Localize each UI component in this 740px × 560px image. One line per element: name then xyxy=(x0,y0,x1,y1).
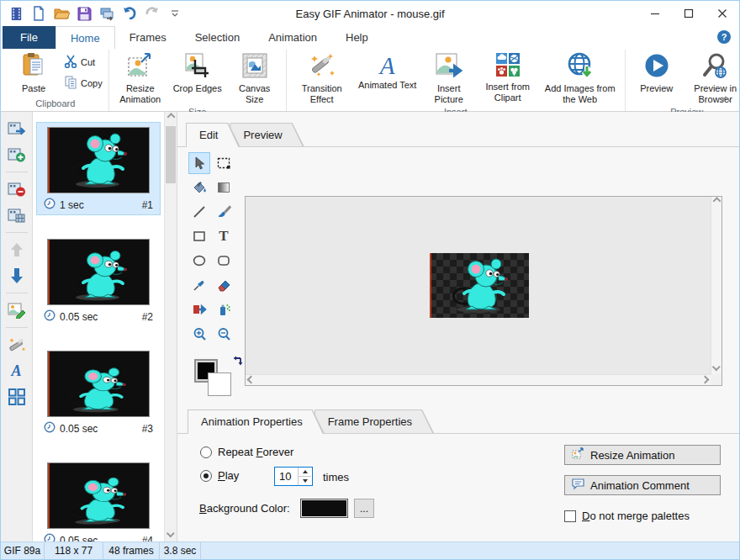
scroll-left-icon[interactable] xyxy=(247,376,256,384)
edit-canvas[interactable] xyxy=(246,197,711,374)
scroll-up-icon[interactable] xyxy=(713,197,722,205)
fill-tool-icon[interactable] xyxy=(188,177,210,198)
rounded-rect-tool-icon[interactable] xyxy=(213,250,235,272)
preview-button[interactable]: Preview xyxy=(628,50,685,95)
minimize-button[interactable] xyxy=(638,1,672,26)
color-swatches xyxy=(194,357,245,398)
merge-palettes-label: Do not merge palettes xyxy=(582,510,690,522)
maximize-button[interactable] xyxy=(672,1,706,26)
add-images-web-button[interactable]: Add Images from the Web xyxy=(538,50,622,106)
tab-help[interactable]: Help xyxy=(331,26,383,49)
scroll-up-icon[interactable] xyxy=(165,112,177,124)
manage-frames-icon[interactable] xyxy=(7,388,27,406)
frame-duration: 1 sec xyxy=(60,199,84,211)
eyedropper-tool-icon[interactable] xyxy=(188,274,210,296)
delete-frame-icon[interactable] xyxy=(7,180,27,198)
canvas-size-button[interactable]: Canvas Size xyxy=(226,50,283,106)
transition-effect-button[interactable]: Transition Effect xyxy=(289,50,355,106)
merge-palettes-checkbox[interactable] xyxy=(564,510,576,522)
tab-file[interactable]: File xyxy=(3,26,56,49)
new-file-icon[interactable] xyxy=(30,5,47,22)
radio-circle[interactable] xyxy=(200,470,212,482)
brush-tool-icon[interactable] xyxy=(213,201,235,223)
resize-animation-panel-button[interactable]: Resize Animation xyxy=(564,445,721,465)
save-icon[interactable] xyxy=(76,5,92,22)
effects-wand-icon[interactable] xyxy=(7,335,27,354)
editor-panel: Edit Preview T xyxy=(177,112,739,542)
preview-in-browser-button[interactable]: Preview in Browser xyxy=(685,50,740,106)
move-frame-down-icon[interactable] xyxy=(7,267,27,285)
tab-home[interactable]: Home xyxy=(56,26,115,49)
background-color-value-swatch[interactable] xyxy=(300,499,348,518)
insert-picture-button[interactable]: Insert Picture xyxy=(420,50,478,106)
help-icon[interactable]: ? xyxy=(717,30,731,44)
gradient-tool-icon[interactable] xyxy=(213,177,235,198)
redo-icon[interactable] xyxy=(144,5,161,22)
frame-item-2[interactable]: 0.05 sec #2 xyxy=(36,234,161,327)
play-times-input[interactable] xyxy=(275,468,298,485)
transition-effect-icon xyxy=(308,52,336,82)
scrollbar-thumb[interactable] xyxy=(166,126,176,183)
frame-number: #1 xyxy=(142,199,153,211)
open-folder-icon[interactable] xyxy=(53,5,70,22)
tab-edit[interactable]: Edit xyxy=(186,123,240,146)
swap-colors-icon[interactable] xyxy=(231,354,245,371)
text-tool-icon[interactable]: T xyxy=(213,225,235,247)
spray-tool-icon[interactable] xyxy=(213,298,235,320)
cut-button[interactable]: Cut xyxy=(64,55,103,70)
zoom-in-tool-icon[interactable] xyxy=(188,323,210,345)
export-frames-icon[interactable] xyxy=(98,5,115,22)
select-tool-icon[interactable] xyxy=(188,152,210,174)
radio-circle[interactable] xyxy=(200,446,212,458)
collapse-ribbon-icon[interactable] xyxy=(721,91,731,106)
paste-button[interactable]: Paste xyxy=(5,50,62,95)
app-filmstrip-icon[interactable] xyxy=(8,5,24,22)
frames-panel: 1 sec #1 0.05 sec #2 xyxy=(33,112,177,542)
undo-icon[interactable] xyxy=(121,5,138,22)
copy-button[interactable]: Copy xyxy=(64,76,103,91)
resize-animation-button[interactable]: Resize Animation xyxy=(112,50,169,106)
edit-frame-icon[interactable] xyxy=(7,301,27,320)
extract-frame-icon[interactable] xyxy=(7,119,27,138)
ellipse-tool-icon[interactable] xyxy=(188,250,210,272)
tab-selection[interactable]: Selection xyxy=(181,26,254,49)
tab-preview[interactable]: Preview xyxy=(230,123,304,146)
spin-down-icon[interactable] xyxy=(298,476,311,485)
insert-from-clipart-button[interactable]: Insert from Clipart xyxy=(478,50,538,104)
frames-scrollbar[interactable] xyxy=(164,112,177,542)
rect-select-tool-icon[interactable] xyxy=(213,152,235,174)
animated-text-button[interactable]: A Animated Text xyxy=(355,50,420,92)
frame-item-1[interactable]: 1 sec #1 xyxy=(36,122,161,215)
eraser-tool-icon[interactable] xyxy=(213,274,235,296)
background-color-browse-button[interactable]: ... xyxy=(354,499,374,518)
frame-item-4[interactable]: 0.05 sec #4 xyxy=(36,457,161,542)
frame-item-3[interactable]: 0.05 sec #3 xyxy=(36,346,161,439)
zoom-out-tool-icon[interactable] xyxy=(213,323,235,345)
play-radio[interactable]: Play xyxy=(200,469,239,482)
background-color-swatch[interactable] xyxy=(208,372,231,396)
close-button[interactable] xyxy=(706,1,739,26)
scroll-right-icon[interactable] xyxy=(701,376,710,384)
tab-animation-properties[interactable]: Animation Properties xyxy=(188,409,325,433)
scroll-down-icon[interactable] xyxy=(165,529,177,542)
crop-edges-button[interactable]: Crop Edges xyxy=(169,50,226,95)
text-tool-icon[interactable]: A xyxy=(7,362,27,380)
tab-frames[interactable]: Frames xyxy=(115,26,181,49)
ribbon-group-clipboard: Paste Cut Copy Clipboard xyxy=(3,50,109,111)
qat-dropdown-icon[interactable] xyxy=(166,5,183,22)
animation-comment-button[interactable]: Animation Comment xyxy=(564,475,721,495)
canvas-horizontal-scrollbar[interactable] xyxy=(246,374,711,385)
replace-color-tool-icon[interactable] xyxy=(188,298,210,320)
move-frame-up-icon[interactable] xyxy=(7,240,27,259)
merge-palettes-checkbox-row[interactable]: Do not merge palettes xyxy=(564,510,690,522)
duplicate-frame-icon[interactable] xyxy=(7,206,27,225)
add-frame-icon[interactable] xyxy=(7,145,27,164)
tab-animation[interactable]: Animation xyxy=(254,26,331,49)
repeat-forever-radio[interactable]: Repeat Forever xyxy=(200,446,293,458)
line-tool-icon[interactable] xyxy=(188,201,210,223)
tab-frame-properties[interactable]: Frame Properties xyxy=(314,409,434,433)
scroll-down-icon[interactable] xyxy=(712,362,721,371)
spin-up-icon[interactable] xyxy=(298,468,311,476)
rectangle-tool-icon[interactable] xyxy=(188,225,210,247)
canvas-vertical-scrollbar[interactable] xyxy=(711,197,722,374)
